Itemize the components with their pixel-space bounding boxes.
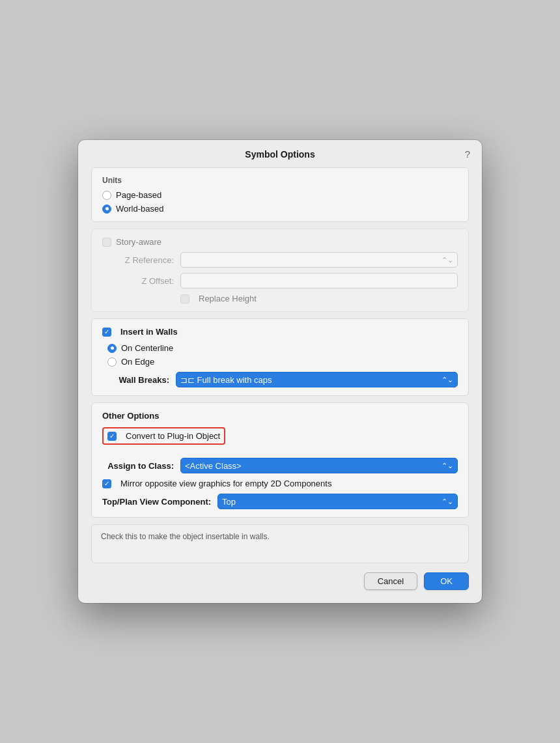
units-section: Units Page-based World-based (91, 167, 469, 222)
on-edge-row[interactable]: On Edge (107, 357, 458, 367)
button-row: Cancel OK (78, 572, 482, 590)
ok-button[interactable]: OK (424, 572, 469, 590)
assign-class-arrow-icon: ⌃⌄ (441, 462, 453, 470)
replace-height-checkbox (180, 294, 189, 303)
convert-label: Convert to Plug-in Object (126, 431, 220, 441)
wall-breaks-label: Wall Breaks: (107, 375, 169, 385)
title-bar: Symbol Options ? (78, 140, 482, 167)
assign-class-select[interactable]: <Active Class> ⌃⌄ (180, 458, 458, 473)
assign-class-label: Assign to Class: (102, 461, 174, 471)
world-based-row[interactable]: World-based (102, 204, 458, 214)
units-label: Units (102, 176, 458, 185)
other-options-section: Other Options Convert to Plug-in Object … (91, 402, 469, 518)
mirror-row[interactable]: Mirror opposite view graphics for empty … (102, 479, 458, 488)
wall-breaks-select[interactable]: ⊐⊏ Full break with caps ⌃⌄ (176, 372, 458, 387)
hint-text: Check this to make the object insertable… (101, 532, 270, 541)
page-based-label: Page-based (116, 190, 161, 200)
other-options-title: Other Options (102, 411, 458, 421)
mirror-checkbox[interactable] (102, 479, 111, 488)
page-based-row[interactable]: Page-based (102, 190, 458, 200)
on-edge-radio[interactable] (107, 357, 117, 367)
insert-walls-header: Insert in Walls (102, 327, 458, 337)
insert-walls-section: Insert in Walls On Centerline On Edge Wa… (91, 318, 469, 396)
insert-walls-label: Insert in Walls (120, 327, 178, 337)
mirror-label: Mirror opposite view graphics for empty … (120, 479, 331, 488)
story-section: Story-aware Z Reference: ⌃⌄ Z Offset: Re… (91, 229, 469, 312)
insert-walls-content: On Centerline On Edge Wall Breaks: ⊐⊏ Fu… (102, 343, 458, 387)
topplan-row: Top/Plan View Component: Top ⌃⌄ (102, 494, 458, 509)
insert-walls-checkbox[interactable] (102, 328, 111, 337)
assign-class-value: <Active Class> (185, 461, 242, 471)
convert-row[interactable]: Convert to Plug-in Object (102, 427, 225, 445)
topplan-label: Top/Plan View Component: (102, 497, 211, 507)
story-aware-checkbox (102, 238, 111, 247)
replace-height-row: Replace Height (102, 294, 458, 303)
z-offset-label: Z Offset: (102, 276, 174, 286)
wall-breaks-row: Wall Breaks: ⊐⊏ Full break with caps ⌃⌄ (107, 372, 458, 387)
z-reference-select[interactable]: ⌃⌄ (180, 252, 458, 268)
convert-checkbox[interactable] (107, 432, 117, 441)
z-reference-label: Z Reference: (102, 255, 174, 265)
replace-height-label: Replace Height (199, 294, 257, 303)
z-reference-arrow-icon: ⌃⌄ (441, 256, 453, 264)
z-offset-row: Z Offset: (102, 273, 458, 288)
hint-section: Check this to make the object insertable… (91, 524, 469, 563)
help-button[interactable]: ? (465, 148, 470, 160)
symbol-options-dialog: Symbol Options ? Units Page-based World-… (78, 140, 482, 603)
cancel-button[interactable]: Cancel (364, 572, 417, 590)
world-based-label: World-based (116, 204, 163, 214)
topplan-arrow-icon: ⌃⌄ (441, 498, 453, 506)
on-centerline-label: On Centerline (121, 343, 173, 353)
z-reference-row: Z Reference: ⌃⌄ (102, 252, 458, 268)
topplan-value: Top (222, 497, 236, 507)
convert-wrapper: Convert to Plug-in Object (102, 427, 458, 451)
topplan-select[interactable]: Top ⌃⌄ (217, 494, 458, 509)
wall-breaks-value: ⊐⊏ Full break with caps (180, 375, 272, 385)
page-based-radio[interactable] (102, 191, 111, 200)
wall-breaks-arrow-icon: ⌃⌄ (441, 376, 453, 384)
on-centerline-row[interactable]: On Centerline (107, 343, 458, 353)
dialog-title: Symbol Options (245, 149, 315, 160)
story-aware-label: Story-aware (116, 237, 161, 247)
on-centerline-radio[interactable] (107, 344, 117, 353)
assign-class-row: Assign to Class: <Active Class> ⌃⌄ (102, 458, 458, 473)
world-based-radio[interactable] (102, 204, 111, 214)
story-aware-row: Story-aware (102, 237, 458, 247)
on-edge-label: On Edge (121, 357, 154, 367)
z-offset-input[interactable] (180, 273, 458, 288)
